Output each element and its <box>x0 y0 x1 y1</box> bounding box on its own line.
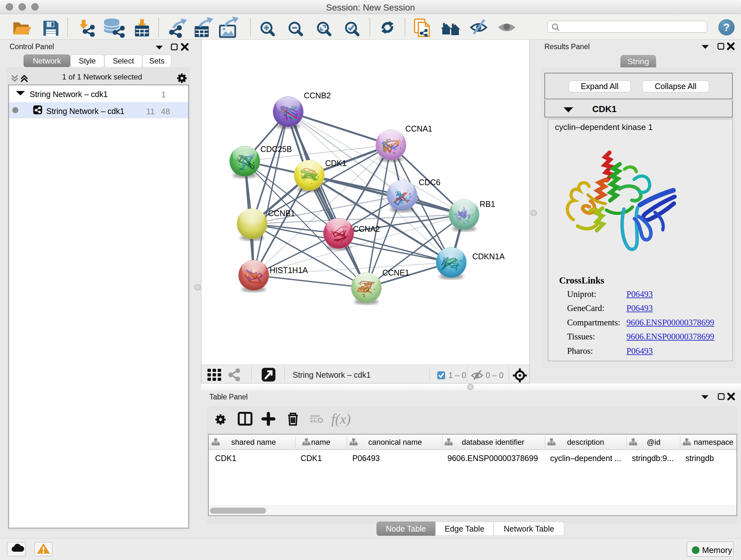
svg-text:f(x): f(x) <box>331 411 351 427</box>
